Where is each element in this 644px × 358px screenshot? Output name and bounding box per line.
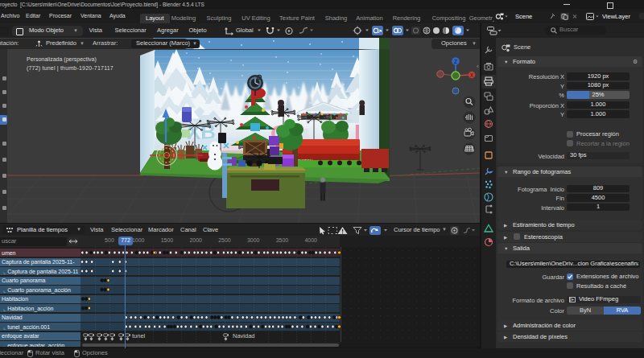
svg-text:Z: Z bbox=[454, 59, 457, 64]
svg-text:X: X bbox=[470, 72, 474, 78]
svg-text:‹: ‹ bbox=[477, 63, 479, 70]
